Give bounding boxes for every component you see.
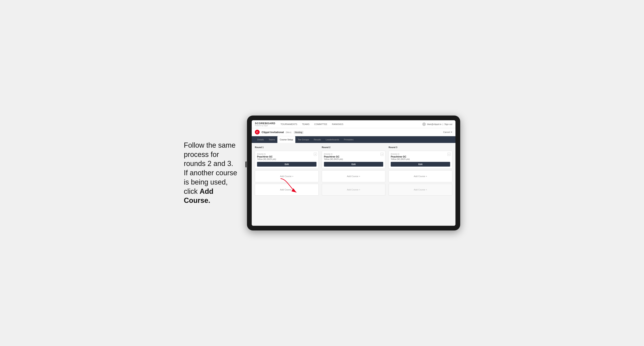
- round-2-label: Round 2: [322, 146, 386, 149]
- round-2-course-label: (Course A): [324, 153, 384, 155]
- round-3-column: Round 3 (Course A) Peachtree GC Yellow (…: [388, 146, 452, 195]
- round-3-course-label: (Course A): [391, 153, 450, 155]
- round-2-column: Round 2 (Course A) Peachtree GC Yellow (…: [322, 146, 386, 195]
- tab-details[interactable]: Details: [255, 136, 266, 143]
- sign-out-link[interactable]: Sign out: [444, 123, 452, 125]
- logo-sub-text: Powered by clippd: [255, 125, 276, 127]
- nav-rankings[interactable]: RANKINGS: [332, 123, 344, 125]
- round-1-add-course-2-text: Add Course +: [280, 188, 294, 191]
- tablet-screen: SCOREBOARD Powered by clippd TOURNAMENTS…: [252, 120, 456, 226]
- round-1-label: Round 1: [255, 146, 319, 149]
- round-1-course-tee: Yellow (M) (6629 yds): [257, 158, 316, 160]
- round-3-edit-button[interactable]: Edit: [391, 162, 450, 167]
- tab-leaderboards[interactable]: Leaderboards: [324, 136, 342, 143]
- user-email: blair@clippd.io: [427, 123, 441, 125]
- tournament-name: Clippd Invitational: [262, 131, 284, 134]
- hosting-badge: Hosting: [294, 131, 304, 134]
- instruction-line4: If another course: [184, 169, 237, 177]
- top-nav: SCOREBOARD Powered by clippd TOURNAMENTS…: [252, 120, 456, 128]
- page-wrapper: Follow the same process for rounds 2 and…: [184, 116, 460, 230]
- instruction-line5: is being used,: [184, 178, 228, 186]
- avatar-icon: [422, 122, 426, 126]
- round-3-add-course-1[interactable]: Add Course +: [388, 170, 452, 182]
- tournament-gender: (Men): [286, 131, 292, 134]
- tab-bar: Details Teams Course Setup Tee Groups Re…: [252, 136, 456, 143]
- round-3-label: Round 3: [388, 146, 452, 149]
- round-1-add-course-1-text: Add Course +: [280, 175, 294, 177]
- nav-divider: |: [443, 123, 443, 125]
- round-2-course-card: (Course A) Peachtree GC Yellow (M) (6629…: [322, 151, 386, 169]
- round-2-add-course-2-text: Add Course +: [347, 188, 360, 191]
- tab-course-setup[interactable]: Course Setup: [278, 136, 295, 143]
- round-2-course-tee: Yellow (M) (6629 yds): [324, 158, 384, 160]
- rounds-grid: Round 1 (Course A) Peachtree GC Yellow (…: [255, 146, 452, 195]
- scoreboard-logo: SCOREBOARD Powered by clippd: [255, 122, 276, 127]
- round-1-add-course-1[interactable]: Add Course +: [255, 170, 319, 182]
- round-1-course-card: (Course A) Peachtree GC Yellow (M) (6629…: [255, 151, 319, 169]
- tournament-header: C Clippd Invitational (Men) Hosting Canc…: [252, 128, 456, 136]
- round-1-delete-button[interactable]: ×: [314, 153, 317, 156]
- tab-tee-groups[interactable]: Tee Groups: [295, 136, 311, 143]
- round-1-edit-button[interactable]: Edit: [257, 162, 316, 167]
- tablet-frame: SCOREBOARD Powered by clippd TOURNAMENTS…: [247, 116, 460, 230]
- round-2-add-course-2: Add Course +: [322, 184, 386, 195]
- round-2-course-name: Peachtree GC: [324, 155, 384, 158]
- round-3-add-course-1-text: Add Course +: [414, 175, 427, 177]
- round-2-add-course-1[interactable]: Add Course +: [322, 170, 386, 182]
- round-3-course-name: Peachtree GC: [391, 155, 450, 158]
- nav-right: blair@clippd.io | Sign out: [422, 122, 452, 126]
- instruction-line3: rounds 2 and 3.: [184, 160, 233, 168]
- nav-tournaments[interactable]: TOURNAMENTS: [280, 123, 298, 125]
- content-area: Round 1 (Course A) Peachtree GC Yellow (…: [252, 143, 456, 226]
- round-2-add-course-1-text: Add Course +: [347, 175, 360, 177]
- tab-teams[interactable]: Teams: [266, 136, 278, 143]
- nav-committee[interactable]: COMMITTEE: [314, 123, 328, 125]
- round-3-course-tee: Yellow (M) (6629 yds): [391, 158, 450, 160]
- instruction-line6-prefix: click: [184, 187, 200, 195]
- instruction-line2: process for: [184, 151, 219, 159]
- tab-results[interactable]: Results: [311, 136, 324, 143]
- tablet-side-button: [246, 162, 246, 167]
- tournament-title: Clippd Invitational (Men) Hosting: [262, 131, 443, 134]
- round-1-course-label: (Course A): [257, 153, 316, 155]
- round-2-delete-button[interactable]: ×: [380, 153, 384, 156]
- logo-main-text: SCOREBOARD: [255, 122, 276, 125]
- round-3-add-course-2-text: Add Course +: [414, 188, 427, 191]
- instruction-line1: Follow the same: [184, 141, 236, 149]
- round-3-course-card: (Course A) Peachtree GC Yellow (M) (6629…: [388, 151, 452, 169]
- tournament-logo-icon: C: [255, 130, 260, 135]
- round-3-add-course-2: Add Course +: [388, 184, 452, 195]
- round-1-column: Round 1 (Course A) Peachtree GC Yellow (…: [255, 146, 319, 195]
- cancel-button[interactable]: Cancel ✕: [443, 131, 452, 134]
- instruction-panel: Follow the same process for rounds 2 and…: [184, 141, 239, 205]
- nav-teams[interactable]: TEAMS: [302, 123, 310, 125]
- round-1-add-course-2[interactable]: Add Course +: [255, 184, 319, 195]
- round-1-course-name: Peachtree GC: [257, 155, 316, 158]
- round-2-edit-button[interactable]: Edit: [324, 162, 384, 167]
- nav-links: TOURNAMENTS TEAMS COMMITTEE RANKINGS: [280, 123, 422, 125]
- tab-printables[interactable]: Printables: [342, 136, 356, 143]
- round-3-delete-button[interactable]: ×: [447, 153, 450, 156]
